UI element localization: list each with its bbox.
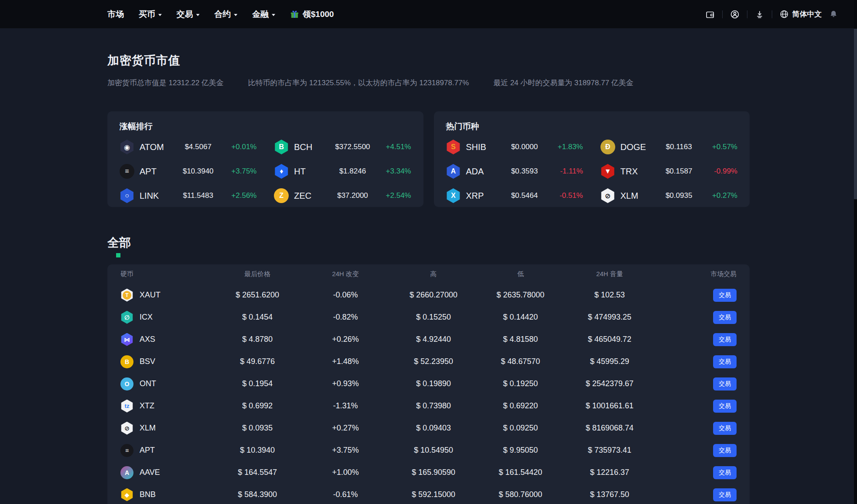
card-coin-row-trx[interactable]: ▼TRX$0.1587-0.99%: [600, 159, 737, 184]
trade-button-bnb[interactable]: 交易: [713, 488, 737, 501]
bsv-coin-icon: B: [120, 355, 133, 368]
card-coin-row-xlm[interactable]: ⊘XLM$0.0935+0.27%: [600, 184, 737, 208]
xaut-coin-icon: T: [120, 289, 133, 302]
coin-symbol: ADA: [466, 167, 505, 177]
card-coin-row-doge[interactable]: ÐDOGE$0.1163+0.57%: [600, 135, 737, 159]
card-title: 涨幅排行: [120, 121, 411, 132]
cell-volume: $ 1001661.61: [547, 401, 673, 411]
coin-change: +3.34%: [372, 167, 411, 176]
trade-button-ont[interactable]: 交易: [713, 377, 737, 391]
cell-volume: $ 2542379.67: [547, 379, 673, 388]
chevron-down-icon: [158, 14, 162, 16]
coin-symbol: AXS: [140, 335, 155, 344]
aave-coin-icon: A: [120, 466, 133, 479]
cell-low: $ 0.69220: [494, 401, 547, 411]
card-coin-row-shib[interactable]: SSHIB$0.0000+1.83%: [446, 135, 583, 159]
table-row-apt: ≡APT$ 10.3940+3.75%$ 10.54950$ 9.95050$ …: [120, 439, 737, 461]
page-scrollbar[interactable]: [854, 0, 857, 504]
download-icon[interactable]: [755, 10, 764, 19]
account-icon[interactable]: [730, 10, 740, 19]
coin-cell: AAAVE: [120, 466, 197, 479]
trade-button-icx[interactable]: 交易: [713, 311, 737, 324]
bch-coin-icon: B: [274, 140, 289, 154]
nav-item-market[interactable]: 市场: [107, 9, 124, 20]
nav-item-finance[interactable]: 金融: [252, 9, 275, 20]
table-row-bnb: ◆BNB$ 584.3900-0.61%$ 592.15000$ 580.760…: [120, 484, 737, 504]
coin-cell: ◆BNB: [120, 488, 197, 501]
trade-button-bsv[interactable]: 交易: [713, 355, 737, 368]
bell-icon[interactable]: [829, 10, 838, 19]
trade-button-cell: 交易: [673, 355, 737, 368]
coin-cell: ⋈AXS: [120, 333, 197, 346]
cell-high: $ 0.73980: [373, 401, 494, 411]
coin-cell: BBSV: [120, 355, 197, 368]
cell-high: $ 0.19890: [373, 379, 494, 388]
cell-high: $ 0.15250: [373, 313, 494, 322]
trade-button-xtz[interactable]: 交易: [713, 400, 737, 413]
language-label: 简体中文: [792, 9, 822, 19]
xlm-coin-icon: ⊘: [600, 188, 615, 203]
cell-low: $ 4.81580: [494, 335, 547, 344]
trade-button-apt[interactable]: 交易: [713, 444, 737, 457]
gainers-card-grid: ◉ATOM$4.5067+0.01%BBCH$372.5500+4.51%≡AP…: [120, 135, 411, 208]
nav-bonus-link[interactable]: 领$1000: [290, 9, 334, 20]
nav-item-trade[interactable]: 交易: [177, 9, 200, 20]
coin-symbol: XAUT: [140, 290, 160, 300]
trade-button-aave[interactable]: 交易: [713, 466, 737, 479]
card-coin-row-atom[interactable]: ◉ATOM$4.5067+0.01%: [120, 135, 257, 159]
table-header-row: 硬币 最后价格 24H 改变 高 低 24H 音量 市场交易: [120, 264, 737, 284]
card-coin-row-bch[interactable]: BBCH$372.5500+4.51%: [274, 135, 411, 159]
trade-button-cell: 交易: [673, 377, 737, 391]
coin-symbol: ZEC: [294, 191, 333, 201]
coin-change: +3.75%: [218, 167, 257, 176]
trade-button-xaut[interactable]: 交易: [713, 289, 737, 302]
col-header-coin: 硬币: [120, 270, 197, 278]
nav-item-contract[interactable]: 合约: [214, 9, 237, 20]
coin-symbol: BNB: [140, 490, 156, 499]
table-row-xlm: ⊘XLM$ 0.0935+0.27%$ 0.09403$ 0.09250$ 81…: [120, 417, 737, 439]
hot-coins-card-grid: SSHIB$0.0000+1.83%ÐDOGE$0.1163+0.57%AADA…: [446, 135, 738, 208]
trade-button-axs[interactable]: 交易: [713, 333, 737, 346]
cell-last: $ 0.6992: [197, 401, 318, 411]
cell-low: $ 48.67570: [494, 357, 547, 366]
card-coin-row-xrp[interactable]: XXRP$0.5464-0.51%: [446, 184, 583, 208]
card-coin-row-link[interactable]: ○LINK$11.5483+2.56%: [120, 184, 257, 208]
all-section-title: 全部: [107, 235, 750, 250]
cell-low: $ 161.54420: [494, 468, 547, 477]
card-coin-row-apt[interactable]: ≡APT$10.3940+3.75%: [120, 159, 257, 184]
wallet-icon[interactable]: [705, 10, 715, 19]
coin-price: $4.5067: [179, 143, 218, 151]
trade-button-xlm[interactable]: 交易: [713, 422, 737, 435]
stat-dominance: 比特币的市占率为 121325.55%，以太坊的市占率为 12318978.77…: [248, 78, 469, 88]
nav-item-buy[interactable]: 买币: [139, 9, 162, 20]
coin-change: +0.27%: [698, 191, 737, 200]
table-row-ont: OONT$ 0.1954+0.93%$ 0.19890$ 0.19250$ 25…: [120, 373, 737, 395]
coin-price: $37.2000: [333, 191, 372, 200]
cell-change: -1.31%: [318, 401, 373, 411]
cell-volume: $ 102.53: [547, 290, 673, 300]
card-coin-row-ht[interactable]: ♦HT$1.8246+3.34%: [274, 159, 411, 184]
language-selector[interactable]: 简体中文: [780, 9, 822, 19]
table-row-aave: AAAVE$ 164.5547+1.00%$ 165.90590$ 161.54…: [120, 461, 737, 484]
globe-icon: [780, 10, 789, 19]
coin-change: -0.99%: [698, 167, 737, 176]
gainers-card: 涨幅排行 ◉ATOM$4.5067+0.01%BBCH$372.5500+4.5…: [107, 111, 423, 207]
cell-change: +1.00%: [318, 468, 373, 477]
coin-change: +0.57%: [698, 143, 737, 151]
cell-high: $ 52.23950: [373, 357, 494, 366]
coin-symbol: DOGE: [620, 142, 660, 152]
coin-cell: OONT: [120, 377, 197, 391]
coin-change: +1.83%: [544, 143, 583, 151]
cell-high: $ 4.92440: [373, 335, 494, 344]
coin-change: +0.01%: [218, 143, 257, 151]
scrollbar-thumb[interactable]: [854, 29, 857, 199]
card-coin-row-zec[interactable]: ZZEC$37.2000+2.54%: [274, 184, 411, 208]
divider: [747, 10, 747, 18]
zec-coin-icon: Z: [274, 188, 289, 203]
cell-volume: $ 45995.29: [547, 357, 673, 366]
trade-button-cell: 交易: [673, 400, 737, 413]
coin-symbol: APT: [140, 446, 155, 455]
trade-button-cell: 交易: [673, 422, 737, 435]
nav-item-label: 交易: [177, 9, 193, 20]
card-coin-row-ada[interactable]: AADA$0.3593-1.11%: [446, 159, 583, 184]
